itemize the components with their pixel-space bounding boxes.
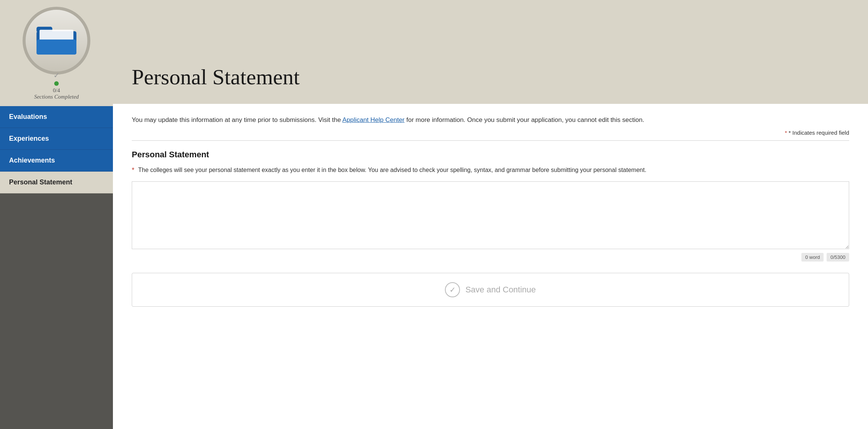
progress-dot [54, 81, 59, 86]
word-count-badge: 0 word [801, 253, 824, 262]
save-continue-button[interactable]: ✓ Save and Continue [445, 282, 536, 297]
form-section-title: Personal Statement [132, 150, 849, 160]
sidebar-item-personal-statement[interactable]: Personal Statement [0, 172, 113, 193]
word-count-row: 0 word 0/5300 [132, 253, 849, 262]
sections-count: 0/4 [53, 87, 60, 94]
page-title-area: Personal Statement [113, 0, 868, 104]
sidebar-item-experiences[interactable]: Experiences [0, 128, 113, 150]
sections-label: Sections Completed [34, 94, 79, 100]
field-row: * The colleges will see your personal st… [132, 166, 849, 175]
char-count-badge: 0/5300 [827, 253, 849, 262]
required-note: * * Indicates required field [132, 129, 849, 136]
page-title: Personal Statement [132, 64, 300, 90]
sidebar-logo-area: ✓ 0/4 Sections Completed [0, 0, 113, 104]
sidebar: Evaluations Experiences Achievements Per… [0, 104, 113, 429]
required-star: * [132, 166, 134, 174]
personal-statement-textarea[interactable] [132, 181, 849, 249]
sidebar-item-evaluations[interactable]: Evaluations [0, 106, 113, 128]
field-description: The colleges will see your personal stat… [138, 166, 646, 175]
divider [132, 140, 849, 141]
info-text-part2: for more information. Once you submit yo… [405, 116, 644, 123]
sidebar-bottom-dark [0, 193, 113, 429]
content-area: You may update this information at any t… [113, 104, 868, 429]
info-text-part1: You may update this information at any t… [132, 116, 342, 123]
check-icon: ✓ [53, 71, 60, 80]
applicant-help-center-link[interactable]: Applicant Help Center [342, 116, 404, 123]
sidebar-item-achievements[interactable]: Achievements [0, 150, 113, 172]
main-layout: Evaluations Experiences Achievements Per… [0, 104, 868, 429]
top-layout: ✓ 0/4 Sections Completed Personal Statem… [0, 0, 868, 104]
nav-menu: Evaluations Experiences Achievements Per… [0, 106, 113, 193]
save-continue-label: Save and Continue [465, 285, 536, 295]
save-check-icon: ✓ [445, 282, 460, 297]
required-star-note: * [785, 129, 789, 136]
info-text: You may update this information at any t… [132, 115, 849, 125]
save-continue-container: ✓ Save and Continue [132, 273, 849, 307]
svg-rect-3 [37, 40, 76, 55]
folder-icon [36, 24, 77, 58]
logo-circle: ✓ [23, 7, 90, 75]
